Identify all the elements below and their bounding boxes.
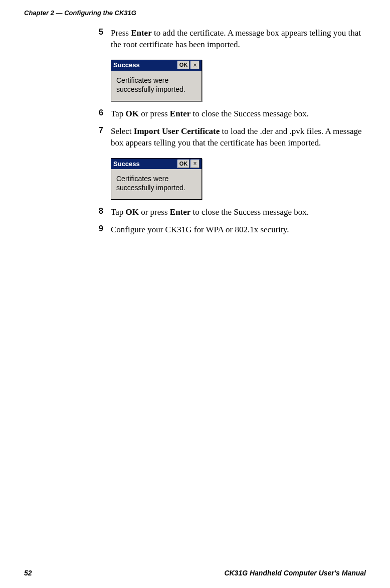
text-fragment: Select bbox=[111, 126, 134, 136]
step-number: 8 bbox=[99, 207, 111, 216]
ok-button[interactable]: OK bbox=[177, 61, 189, 69]
bold-import: Import User Certificate bbox=[134, 126, 220, 136]
bold-ok: OK bbox=[126, 207, 139, 217]
page-footer: 52 CK31G Handheld Computer User's Manual bbox=[24, 569, 366, 577]
step-number: 7 bbox=[99, 126, 111, 135]
dialog-titlebar: Success OK × bbox=[111, 60, 202, 71]
text-fragment: or press bbox=[139, 207, 170, 217]
close-button[interactable]: × bbox=[190, 160, 200, 168]
dialog-body: Certificates were successfully imported. bbox=[111, 169, 202, 199]
step-text: Tap OK or press Enter to close the Succe… bbox=[111, 108, 363, 120]
dialog-title: Success bbox=[113, 61, 176, 69]
step-6: 6 Tap OK or press Enter to close the Suc… bbox=[99, 108, 363, 120]
bold-enter: Enter bbox=[170, 109, 191, 118]
step-text: Press Enter to add the certificate. A me… bbox=[111, 28, 363, 51]
page-number: 52 bbox=[24, 569, 32, 577]
bold-ok: OK bbox=[126, 109, 139, 118]
close-button[interactable]: × bbox=[190, 61, 200, 69]
success-dialog-2: Success OK × Certificates were successfu… bbox=[111, 158, 363, 200]
text-fragment: to close the Success message box. bbox=[190, 207, 309, 217]
main-content: 5 Press Enter to add the certificate. A … bbox=[99, 28, 363, 242]
dialog-title: Success bbox=[113, 160, 176, 168]
step-5: 5 Press Enter to add the certificate. A … bbox=[99, 28, 363, 51]
dialog-window: Success OK × Certificates were successfu… bbox=[111, 60, 202, 101]
dialog-body: Certificates were successfully imported. bbox=[111, 71, 202, 101]
step-number: 9 bbox=[99, 224, 111, 233]
dialog-titlebar: Success OK × bbox=[111, 159, 202, 169]
step-text: Configure your CK31G for WPA or 802.1x s… bbox=[111, 224, 363, 236]
step-9: 9 Configure your CK31G for WPA or 802.1x… bbox=[99, 224, 363, 236]
manual-title: CK31G Handheld Computer User's Manual bbox=[224, 569, 366, 577]
step-text: Tap OK or press Enter to close the Succe… bbox=[111, 207, 363, 218]
step-number: 6 bbox=[99, 108, 111, 117]
step-text: Select Import User Certificate to load t… bbox=[111, 126, 363, 149]
step-number: 5 bbox=[99, 28, 111, 37]
text-fragment: Tap bbox=[111, 207, 126, 217]
ok-button[interactable]: OK bbox=[177, 160, 189, 168]
step-7: 7 Select Import User Certificate to load… bbox=[99, 126, 363, 149]
bold-enter: Enter bbox=[131, 28, 152, 38]
dialog-window: Success OK × Certificates were successfu… bbox=[111, 158, 202, 200]
step-8: 8 Tap OK or press Enter to close the Suc… bbox=[99, 207, 363, 218]
close-icon: × bbox=[193, 161, 197, 167]
close-icon: × bbox=[193, 62, 197, 68]
success-dialog-1: Success OK × Certificates were successfu… bbox=[111, 60, 363, 101]
page-header: Chapter 2 — Configuring the CK31G bbox=[24, 9, 136, 17]
text-fragment: Press bbox=[111, 28, 131, 38]
text-fragment: Tap bbox=[111, 109, 126, 118]
bold-enter: Enter bbox=[170, 207, 191, 217]
text-fragment: or press bbox=[139, 109, 170, 118]
text-fragment: to close the Success message box. bbox=[190, 109, 309, 118]
